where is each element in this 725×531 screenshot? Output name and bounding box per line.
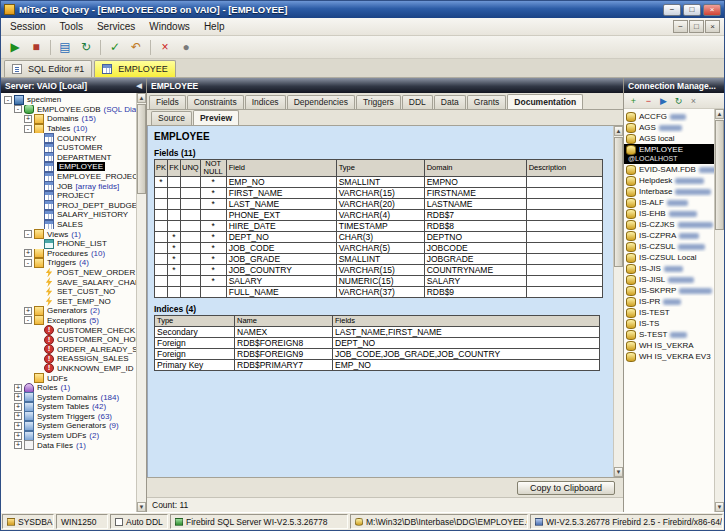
expand-toggle-icon[interactable]: + xyxy=(14,393,22,401)
connection-is-jis[interactable]: IS-JIS xyxy=(624,263,714,274)
tree-item-data-files[interactable]: +Data Files(1) xyxy=(1,440,136,450)
tab-documentation[interactable]: Documentation xyxy=(507,94,583,109)
tree-item-system-triggers[interactable]: +System Triggers(63) xyxy=(1,412,136,422)
subtab-preview[interactable]: Preview xyxy=(193,110,239,125)
tree-item-employee[interactable]: EMPLOYEE xyxy=(1,162,136,172)
expand-toggle-icon[interactable]: + xyxy=(14,403,22,411)
scrollbar-track[interactable] xyxy=(137,195,146,502)
connection-wh-is-vekra-ev3[interactable]: WH IS_VEKRA EV3 xyxy=(624,351,714,362)
expand-toggle-icon[interactable]: + xyxy=(24,115,32,123)
connection-ags[interactable]: AGS xyxy=(624,122,714,133)
tree-item-triggers[interactable]: -Triggers(4) xyxy=(1,258,136,268)
tree-item-salary-history[interactable]: SALARY_HISTORY xyxy=(1,210,136,220)
tree-item-roles[interactable]: +Roles(1) xyxy=(1,383,136,393)
connection-employee[interactable]: EMPLOYEE@LOCALHOST xyxy=(624,144,714,164)
connection-is-jisl[interactable]: IS-JISL xyxy=(624,274,714,285)
expand-toggle-icon[interactable]: + xyxy=(14,412,22,420)
connection-helpdesk[interactable]: Helpdesk xyxy=(624,175,714,186)
tree-item-order-already-shipped[interactable]: ORDER_ALREADY_SHIPPED xyxy=(1,344,136,354)
tab-constraints[interactable]: Constraints xyxy=(187,95,244,109)
menu-windows[interactable]: Windows xyxy=(142,19,197,34)
disconnect-database-button[interactable]: ■ xyxy=(26,38,46,57)
connection-s-test[interactable]: S-TEST xyxy=(624,329,714,340)
tree-item-system-tables[interactable]: +System Tables(42) xyxy=(1,402,136,412)
connection-is-czpra[interactable]: IS-CZPRA xyxy=(624,230,714,241)
scroll-down-icon[interactable]: ▼ xyxy=(137,502,146,512)
connection-ags-local[interactable]: AGS local xyxy=(624,133,714,144)
close-button[interactable]: × xyxy=(703,4,721,16)
tree-item-system-domains[interactable]: +System Domains(184) xyxy=(1,392,136,402)
tab-dependencies[interactable]: Dependencies xyxy=(287,95,355,109)
connection-is-czsul-local[interactable]: IS-CZSUL Local xyxy=(624,252,714,263)
tab-triggers[interactable]: Triggers xyxy=(356,95,401,109)
expand-toggle-icon[interactable]: + xyxy=(14,441,22,449)
expand-toggle-icon[interactable]: - xyxy=(24,259,32,267)
tab-indices[interactable]: Indices xyxy=(245,95,286,109)
tree-item-employee-gdb[interactable]: -EMPLOYEE.GDB(SQL Dialect 1) xyxy=(1,105,136,115)
tree-item-job[interactable]: JOB[array fields] xyxy=(1,181,136,191)
tree-item-system-udfs[interactable]: +System UDFs(2) xyxy=(1,431,136,441)
tree-item-tables[interactable]: -Tables(10) xyxy=(1,124,136,134)
tree-item-reassign-sales[interactable]: REASSIGN_SALES xyxy=(1,354,136,364)
tree-item-system-generators[interactable]: +System Generators(9) xyxy=(1,421,136,431)
mdi-restore-button[interactable]: □ xyxy=(689,20,704,33)
expand-toggle-icon[interactable]: + xyxy=(24,249,32,257)
unregister-database-button[interactable]: − xyxy=(642,94,655,107)
connection-interbase[interactable]: Interbase xyxy=(624,186,714,197)
menu-help[interactable]: Help xyxy=(197,19,232,34)
scroll-down-icon[interactable]: ▼ xyxy=(715,502,724,512)
tree-item-country[interactable]: COUNTRY xyxy=(1,133,136,143)
tree-item-department[interactable]: DEPARTMENT xyxy=(1,153,136,163)
scrollbar-thumb[interactable] xyxy=(614,137,623,267)
scrollbar-thumb[interactable] xyxy=(137,104,146,194)
expand-toggle-icon[interactable]: - xyxy=(24,125,32,133)
tab-data[interactable]: Data xyxy=(434,95,466,109)
tree-item-unknown-emp-id[interactable]: UNKNOWN_EMP_ID xyxy=(1,364,136,374)
tree-scrollbar[interactable]: ▲ ▼ xyxy=(136,93,146,512)
minimize-button[interactable]: − xyxy=(663,4,681,16)
maximize-button[interactable]: □ xyxy=(683,4,701,16)
close-panel-button[interactable]: × xyxy=(687,94,700,107)
scroll-up-icon[interactable]: ▲ xyxy=(614,126,623,136)
mdi-minimize-button[interactable]: − xyxy=(673,20,688,33)
tree-item-generators[interactable]: +Generators(2) xyxy=(1,306,136,316)
connect-button[interactable]: ▶ xyxy=(657,94,670,107)
tree-item-udfs[interactable]: UDFs xyxy=(1,373,136,383)
tree-item-sales[interactable]: SALES xyxy=(1,220,136,230)
tree-item-specimen[interactable]: -specimen xyxy=(1,95,136,105)
tab-ddl[interactable]: DDL xyxy=(402,95,433,109)
scroll-up-icon[interactable]: ▲ xyxy=(137,93,146,103)
connection-wh-is-vekra[interactable]: WH IS_VEKRA xyxy=(624,340,714,351)
tree-item-post-new-order[interactable]: POST_NEW_ORDER[post ne xyxy=(1,268,136,278)
tree-item-exceptions[interactable]: -Exceptions(5) xyxy=(1,316,136,326)
tab-grants[interactable]: Grants xyxy=(467,95,507,109)
collapse-sidebar-button[interactable]: ◀ xyxy=(137,82,142,90)
tree-item-customer-on-hold[interactable]: CUSTOMER_ON_HOLD[d&c xyxy=(1,335,136,345)
expand-toggle-icon[interactable]: - xyxy=(4,96,12,104)
expand-toggle-icon[interactable]: - xyxy=(14,105,22,113)
tree-item-set-emp-no[interactable]: SET_EMP_NO xyxy=(1,296,136,306)
connection-is-pr[interactable]: IS-PR xyxy=(624,296,714,307)
expand-toggle-icon[interactable]: - xyxy=(24,316,32,324)
tree-item-procedures[interactable]: +Procedures(10) xyxy=(1,249,136,259)
connection-accfg[interactable]: ACCFG xyxy=(624,111,714,122)
expand-toggle-icon[interactable]: + xyxy=(14,384,22,392)
scroll-down-icon[interactable]: ▼ xyxy=(614,467,623,477)
connection-is-alf[interactable]: IS-ALF xyxy=(624,197,714,208)
tree-item-employee-project[interactable]: EMPLOYEE_PROJECT xyxy=(1,172,136,182)
tree-item-domains[interactable]: +Domains(15) xyxy=(1,114,136,124)
expand-toggle-icon[interactable]: + xyxy=(14,432,22,440)
connect-database-button[interactable]: ▶ xyxy=(5,38,25,57)
menu-session[interactable]: Session xyxy=(3,19,53,34)
copy-to-clipboard-button[interactable]: Copy to Clipboard xyxy=(517,481,615,495)
connection-is-test[interactable]: IS-TEST xyxy=(624,307,714,318)
expand-toggle-icon[interactable]: + xyxy=(14,422,22,430)
connection-is-czjks[interactable]: IS-CZJKS xyxy=(624,219,714,230)
tab-fields[interactable]: Fields xyxy=(149,95,186,109)
subtab-source[interactable]: Source xyxy=(151,111,192,125)
options-button[interactable]: ● xyxy=(176,38,196,57)
tree-item-proj-dept-budget[interactable]: PROJ_DEPT_BUDGET[intege xyxy=(1,201,136,211)
expand-toggle-icon[interactable]: + xyxy=(24,307,32,315)
commit-button[interactable]: ✓ xyxy=(105,38,125,57)
connection-is-czsul[interactable]: IS-CZSUL xyxy=(624,241,714,252)
